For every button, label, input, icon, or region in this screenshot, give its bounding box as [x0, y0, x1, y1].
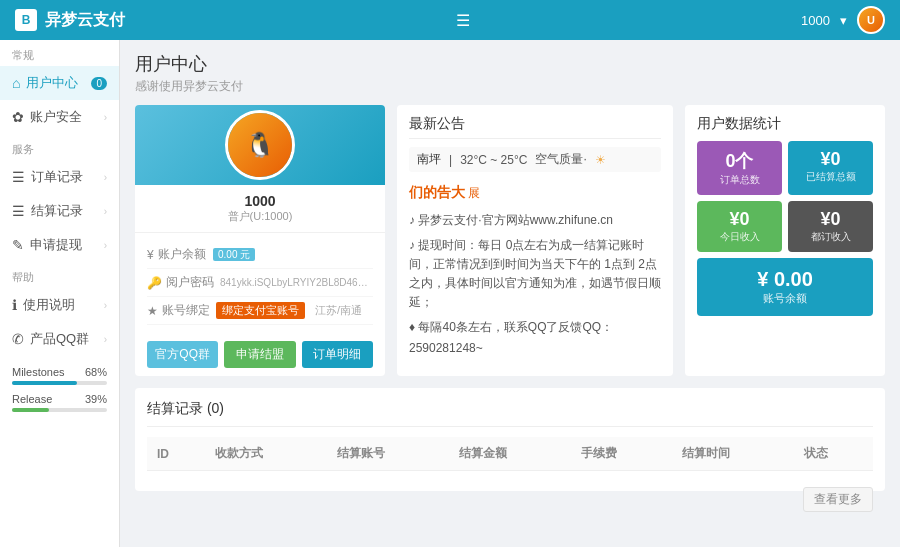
- profile-info: 1000 普户(U:1000): [135, 185, 385, 233]
- apply-alliance-btn[interactable]: 申请结盟: [224, 341, 295, 368]
- bind-alipay-btn[interactable]: 绑定支付宝账号: [216, 302, 305, 319]
- alipay-field: ★ 账号绑定 绑定支付宝账号 江苏/南通: [147, 297, 373, 325]
- ann-headline-text: 们的告大: [409, 184, 465, 200]
- progress1-label-row: Milestones 68%: [12, 366, 107, 378]
- profile-id: 普户(U:1000): [147, 209, 373, 224]
- header-right: 1000 ▾ U: [801, 6, 885, 34]
- edit-icon: ✎: [12, 237, 24, 253]
- table-title: 结算记录 (0): [147, 400, 873, 427]
- today-income-value: ¥0: [707, 209, 772, 230]
- dropdown-icon[interactable]: ▾: [840, 13, 847, 28]
- today-income-label: 今日收入: [707, 230, 772, 244]
- password-value: 841ykk.iSQLbyLRYIY2BL8D460KQq: [220, 277, 373, 288]
- sidebar-label-apply-review: 申请提现: [30, 236, 82, 254]
- sidebar-item-user-center[interactable]: ⌂ 用户中心 0: [0, 66, 119, 100]
- milestones-bar: [12, 381, 107, 385]
- ann-line-2: ♪ 提现时间：每日 0点左右为成一结算记账时间，正常情况到到时间为当天下午的 1…: [409, 236, 661, 313]
- balance-badge: 0.00 元: [213, 248, 255, 261]
- alipay-label: ★ 账号绑定: [147, 302, 210, 319]
- balance-currency: ¥: [757, 268, 768, 290]
- profile-name: 1000: [147, 193, 373, 209]
- milestones-label: Milestones: [12, 366, 65, 378]
- settlement-table-section: 结算记录 (0) ID 收款方式 结算账号 结算金额 手续费 结算时间 状态: [135, 388, 885, 491]
- stat-order-income: ¥0 都订收入: [788, 201, 873, 252]
- arrow-icon-5: ›: [104, 300, 107, 311]
- password-field: 🔑 阅户密码 841ykk.iSQLbyLRYIY2BL8D460KQq: [147, 269, 373, 297]
- alipay-icon: ★: [147, 304, 158, 318]
- avatar-image: 🐧: [228, 113, 292, 177]
- announcement-title: 最新公告: [409, 115, 661, 139]
- sidebar-item-account-security[interactable]: ✿ 账户安全 ›: [0, 100, 119, 134]
- weather-bar: 南坪 | 32°C ~ 25°C 空气质量· ☀: [409, 147, 661, 172]
- weather-city: 南坪: [417, 151, 441, 168]
- location-text: 江苏/南通: [315, 303, 362, 318]
- milestones-bar-fill: [12, 381, 77, 385]
- ann-line-3: ♦ 每隔40条左右，联系QQ了反馈QQ：2590281248~: [409, 317, 661, 360]
- settled-num: 0: [831, 149, 841, 169]
- stat-settled-amount: ¥0 已结算总额: [788, 141, 873, 195]
- announcement-content: 们的告大 展 ♪ 异梦云支付·官方网站www.zhifune.cn ♪ 提现时间…: [409, 180, 661, 360]
- release-bar-fill: [12, 408, 49, 412]
- ann-headline-suffix: 展: [468, 186, 480, 200]
- official-qq-btn[interactable]: 官方QQ群: [147, 341, 218, 368]
- col-fee: 手续费: [571, 437, 672, 471]
- stats-card: 用户数据统计 0个 订单总数 ¥0 已结算总额 ¥0: [685, 105, 885, 376]
- weather-temp: 32°C ~ 25°C: [460, 153, 527, 167]
- sidebar-section-normal: 常规: [0, 40, 119, 66]
- stat-balance: ¥ 0.00 账号余额: [697, 258, 873, 316]
- arrow-icon: ›: [104, 112, 107, 123]
- profile-banner: 🐧: [135, 105, 385, 185]
- ann-headline: 们的告大 展: [409, 180, 661, 205]
- password-label: 🔑 阅户密码: [147, 274, 214, 291]
- home-icon: ⌂: [12, 75, 20, 91]
- today-num: 0: [740, 209, 750, 229]
- sidebar-item-apply-review[interactable]: ✎ 申请提现 ›: [0, 228, 119, 262]
- order-detail-btn[interactable]: 订单明细: [302, 341, 373, 368]
- progress-section: Milestones 68% Release 39%: [0, 356, 119, 430]
- sidebar-item-order-records[interactable]: ☰ 订单记录 ›: [0, 160, 119, 194]
- sidebar-item-product-qq[interactable]: ✆ 产品QQ群 ›: [0, 322, 119, 356]
- order-num: 0: [831, 209, 841, 229]
- info-icon: ℹ: [12, 297, 17, 313]
- settled-amount-value: ¥0: [798, 149, 863, 170]
- sidebar-label-account-security: 账户安全: [30, 108, 82, 126]
- col-account: 结算账号: [327, 437, 449, 471]
- header-menu-icon[interactable]: ☰: [456, 11, 470, 30]
- logo: B 异梦云支付: [15, 9, 125, 31]
- user-avatar[interactable]: U: [857, 6, 885, 34]
- header: B 异梦云支付 ☰ 1000 ▾ U: [0, 0, 900, 40]
- sidebar-item-settlement-records[interactable]: ☰ 结算记录 ›: [0, 194, 119, 228]
- user-balance: 1000: [801, 13, 830, 28]
- grid-icon: ☰: [12, 203, 25, 219]
- balance-value: 0.00 元: [213, 248, 373, 262]
- balance-label: ¥ 账户余额: [147, 246, 207, 263]
- milestones-pct: 68%: [85, 366, 107, 378]
- sidebar: 常规 ⌂ 用户中心 0 ✿ 账户安全 › 服务 ☰ 订单记录 › ☰ 结算记录 …: [0, 40, 120, 547]
- arrow-icon-4: ›: [104, 240, 107, 251]
- ann-line-1: ♪ 异梦云支付·官方网站www.zhifune.cn: [409, 210, 661, 232]
- settled-symbol: ¥: [820, 149, 830, 169]
- layout: 常规 ⌂ 用户中心 0 ✿ 账户安全 › 服务 ☰ 订单记录 › ☰ 结算记录 …: [0, 40, 900, 547]
- page-subtitle: 感谢使用异梦云支付: [135, 78, 885, 95]
- total-orders-value: 0个: [707, 149, 772, 173]
- col-status: 状态: [794, 437, 873, 471]
- announcement-card: 最新公告 南坪 | 32°C ~ 25°C 空气质量· ☀ 们的告大 展 ♪ 异…: [397, 105, 673, 376]
- sidebar-label-usage: 使用说明: [23, 296, 75, 314]
- bell-icon: ✆: [12, 331, 24, 347]
- progress2-label-row: Release 39%: [12, 393, 107, 405]
- profile-buttons: 官方QQ群 申请结盟 订单明细: [135, 333, 385, 376]
- total-orders-label: 订单总数: [707, 173, 772, 187]
- today-symbol: ¥: [729, 209, 739, 229]
- col-payment-method: 收款方式: [205, 437, 327, 471]
- list-icon: ☰: [12, 169, 25, 185]
- order-symbol: ¥: [820, 209, 830, 229]
- arrow-icon-3: ›: [104, 206, 107, 217]
- order-income-label: 都订收入: [798, 230, 863, 244]
- coin-icon: ¥: [147, 248, 154, 262]
- stat-today-income: ¥0 今日收入: [697, 201, 782, 252]
- sidebar-section-service: 服务: [0, 134, 119, 160]
- arrow-icon-2: ›: [104, 172, 107, 183]
- sidebar-item-usage-instructions[interactable]: ℹ 使用说明 ›: [0, 288, 119, 322]
- logo-text: 异梦云支付: [45, 10, 125, 31]
- more-button[interactable]: 查看更多: [803, 487, 873, 512]
